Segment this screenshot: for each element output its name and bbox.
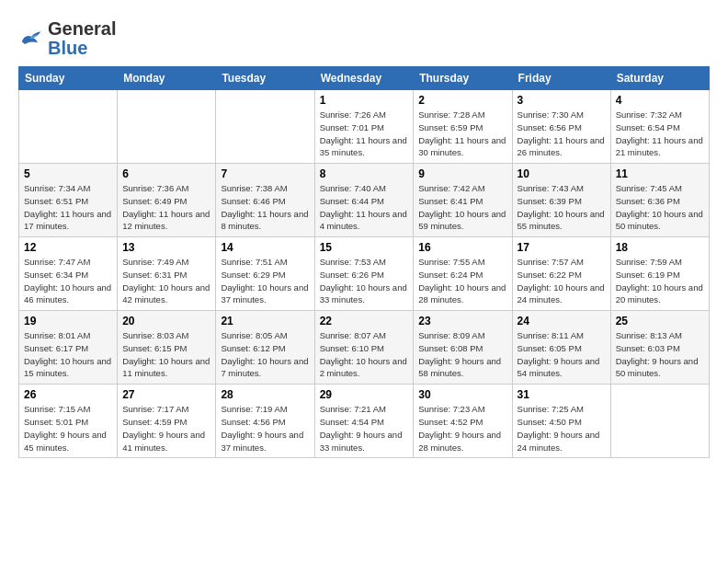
calendar-cell — [610, 385, 709, 458]
calendar-cell: 10Sunrise: 7:43 AM Sunset: 6:39 PM Dayli… — [512, 164, 610, 237]
day-number: 11 — [616, 167, 704, 180]
week-row-4: 19Sunrise: 8:01 AM Sunset: 6:17 PM Dayli… — [19, 311, 710, 385]
calendar-table: SundayMondayTuesdayWednesdayThursdayFrid… — [18, 66, 710, 458]
week-row-1: 1Sunrise: 7:26 AM Sunset: 7:01 PM Daylig… — [19, 90, 710, 164]
day-info: Sunrise: 7:42 AM Sunset: 6:41 PM Dayligh… — [418, 182, 506, 233]
day-number: 29 — [320, 388, 409, 401]
page-header: General Blue — [18, 18, 710, 57]
calendar-cell: 25Sunrise: 8:13 AM Sunset: 6:03 PM Dayli… — [610, 311, 709, 385]
calendar-cell: 15Sunrise: 7:53 AM Sunset: 6:26 PM Dayli… — [314, 237, 414, 311]
day-info: Sunrise: 7:57 AM Sunset: 6:22 PM Dayligh… — [518, 256, 606, 306]
day-number: 6 — [122, 167, 210, 180]
day-info: Sunrise: 7:25 AM Sunset: 4:50 PM Dayligh… — [518, 403, 606, 454]
day-info: Sunrise: 8:03 AM Sunset: 6:15 PM Dayligh… — [122, 329, 210, 380]
day-info: Sunrise: 8:01 AM Sunset: 6:17 PM Dayligh… — [24, 329, 112, 380]
day-number: 20 — [122, 315, 210, 327]
calendar-cell — [216, 90, 314, 164]
calendar-cell: 28Sunrise: 7:19 AM Sunset: 4:56 PM Dayli… — [216, 385, 314, 458]
day-number: 24 — [518, 315, 606, 327]
calendar-cell: 13Sunrise: 7:49 AM Sunset: 6:31 PM Dayli… — [118, 237, 216, 311]
calendar-cell: 1Sunrise: 7:26 AM Sunset: 7:01 PM Daylig… — [314, 90, 414, 164]
day-number: 13 — [122, 241, 210, 254]
header-thursday: Thursday — [414, 67, 512, 90]
day-number: 16 — [418, 241, 506, 254]
day-number: 17 — [518, 241, 606, 254]
day-info: Sunrise: 7:53 AM Sunset: 6:26 PM Dayligh… — [320, 256, 409, 306]
calendar-cell: 20Sunrise: 8:03 AM Sunset: 6:15 PM Dayli… — [118, 311, 216, 385]
calendar-cell: 7Sunrise: 7:38 AM Sunset: 6:46 PM Daylig… — [216, 164, 314, 237]
day-number: 30 — [418, 388, 506, 401]
day-info: Sunrise: 7:47 AM Sunset: 6:34 PM Dayligh… — [24, 256, 112, 306]
day-info: Sunrise: 7:21 AM Sunset: 4:54 PM Dayligh… — [320, 403, 409, 454]
calendar-cell: 9Sunrise: 7:42 AM Sunset: 6:41 PM Daylig… — [414, 164, 512, 237]
day-number: 12 — [24, 241, 112, 254]
calendar-cell: 6Sunrise: 7:36 AM Sunset: 6:49 PM Daylig… — [118, 164, 216, 237]
day-number: 19 — [24, 315, 112, 327]
calendar-cell — [118, 90, 216, 164]
logo-icon — [18, 28, 44, 48]
day-info: Sunrise: 7:36 AM Sunset: 6:49 PM Dayligh… — [122, 182, 210, 233]
calendar-cell: 22Sunrise: 8:07 AM Sunset: 6:10 PM Dayli… — [314, 311, 414, 385]
calendar-cell: 2Sunrise: 7:28 AM Sunset: 6:59 PM Daylig… — [414, 90, 512, 164]
header-saturday: Saturday — [610, 67, 709, 90]
day-number: 7 — [221, 167, 309, 180]
header-monday: Monday — [118, 67, 216, 90]
week-row-3: 12Sunrise: 7:47 AM Sunset: 6:34 PM Dayli… — [19, 237, 710, 311]
header-sunday: Sunday — [19, 67, 118, 90]
calendar-cell: 23Sunrise: 8:09 AM Sunset: 6:08 PM Dayli… — [414, 311, 512, 385]
day-info: Sunrise: 7:55 AM Sunset: 6:24 PM Dayligh… — [418, 256, 506, 306]
day-info: Sunrise: 8:13 AM Sunset: 6:03 PM Dayligh… — [616, 329, 704, 380]
day-number: 23 — [418, 315, 506, 327]
calendar-cell: 3Sunrise: 7:30 AM Sunset: 6:56 PM Daylig… — [512, 90, 610, 164]
day-info: Sunrise: 7:45 AM Sunset: 6:36 PM Dayligh… — [616, 182, 704, 233]
day-number: 9 — [418, 167, 506, 180]
calendar-cell: 14Sunrise: 7:51 AM Sunset: 6:29 PM Dayli… — [216, 237, 314, 311]
day-number: 8 — [320, 167, 409, 180]
day-number: 22 — [320, 315, 409, 327]
calendar-cell: 21Sunrise: 8:05 AM Sunset: 6:12 PM Dayli… — [216, 311, 314, 385]
day-number: 2 — [418, 94, 506, 107]
day-number: 5 — [24, 167, 112, 180]
calendar-cell: 18Sunrise: 7:59 AM Sunset: 6:19 PM Dayli… — [610, 237, 709, 311]
calendar-header-row: SundayMondayTuesdayWednesdayThursdayFrid… — [19, 67, 710, 90]
day-info: Sunrise: 8:11 AM Sunset: 6:05 PM Dayligh… — [518, 329, 606, 380]
calendar-cell — [19, 90, 118, 164]
day-info: Sunrise: 7:15 AM Sunset: 5:01 PM Dayligh… — [24, 403, 112, 454]
calendar-cell: 29Sunrise: 7:21 AM Sunset: 4:54 PM Dayli… — [314, 385, 414, 458]
calendar-cell: 12Sunrise: 7:47 AM Sunset: 6:34 PM Dayli… — [19, 237, 118, 311]
day-info: Sunrise: 7:34 AM Sunset: 6:51 PM Dayligh… — [24, 182, 112, 233]
day-number: 4 — [616, 94, 704, 107]
calendar-cell: 17Sunrise: 7:57 AM Sunset: 6:22 PM Dayli… — [512, 237, 610, 311]
header-friday: Friday — [512, 67, 610, 90]
day-info: Sunrise: 7:43 AM Sunset: 6:39 PM Dayligh… — [518, 182, 606, 233]
day-info: Sunrise: 7:19 AM Sunset: 4:56 PM Dayligh… — [221, 403, 309, 454]
calendar-cell: 26Sunrise: 7:15 AM Sunset: 5:01 PM Dayli… — [19, 385, 118, 458]
day-info: Sunrise: 8:07 AM Sunset: 6:10 PM Dayligh… — [320, 329, 409, 380]
day-info: Sunrise: 7:59 AM Sunset: 6:19 PM Dayligh… — [616, 256, 704, 306]
day-number: 28 — [221, 388, 309, 401]
calendar-cell: 16Sunrise: 7:55 AM Sunset: 6:24 PM Dayli… — [414, 237, 512, 311]
week-row-2: 5Sunrise: 7:34 AM Sunset: 6:51 PM Daylig… — [19, 164, 710, 237]
day-number: 10 — [518, 167, 606, 180]
day-info: Sunrise: 7:38 AM Sunset: 6:46 PM Dayligh… — [221, 182, 309, 233]
day-info: Sunrise: 7:23 AM Sunset: 4:52 PM Dayligh… — [418, 403, 506, 454]
header-tuesday: Tuesday — [216, 67, 314, 90]
calendar-cell: 27Sunrise: 7:17 AM Sunset: 4:59 PM Dayli… — [118, 385, 216, 458]
calendar-cell: 24Sunrise: 8:11 AM Sunset: 6:05 PM Dayli… — [512, 311, 610, 385]
day-info: Sunrise: 8:05 AM Sunset: 6:12 PM Dayligh… — [221, 329, 309, 380]
day-info: Sunrise: 7:30 AM Sunset: 6:56 PM Dayligh… — [518, 109, 606, 159]
day-number: 26 — [24, 388, 112, 401]
logo-text: General Blue — [48, 18, 116, 57]
day-number: 21 — [221, 315, 309, 327]
day-number: 1 — [320, 94, 409, 107]
day-number: 25 — [616, 315, 704, 327]
day-number: 27 — [122, 388, 210, 401]
day-info: Sunrise: 7:32 AM Sunset: 6:54 PM Dayligh… — [616, 109, 704, 159]
calendar-cell: 31Sunrise: 7:25 AM Sunset: 4:50 PM Dayli… — [512, 385, 610, 458]
calendar-cell: 4Sunrise: 7:32 AM Sunset: 6:54 PM Daylig… — [610, 90, 709, 164]
day-info: Sunrise: 7:26 AM Sunset: 7:01 PM Dayligh… — [320, 109, 409, 159]
day-number: 15 — [320, 241, 409, 254]
day-info: Sunrise: 7:51 AM Sunset: 6:29 PM Dayligh… — [221, 256, 309, 306]
day-info: Sunrise: 7:40 AM Sunset: 6:44 PM Dayligh… — [320, 182, 409, 233]
logo: General Blue — [18, 18, 116, 57]
